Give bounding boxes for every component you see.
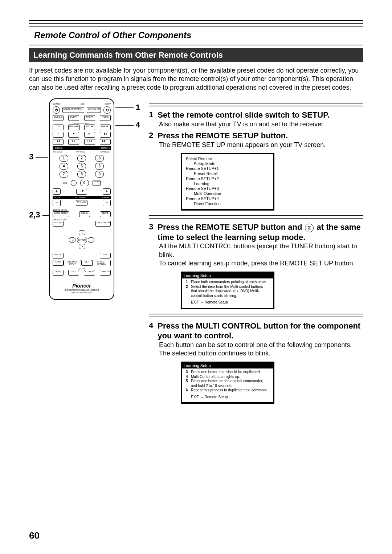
osd-item: Remote SETUP+1 bbox=[186, 166, 269, 171]
remote-button: THX bbox=[100, 253, 111, 258]
step-3: 3 Press the REMOTE SETUP button and 2 at… bbox=[149, 222, 363, 309]
remote-button: VCR 2 bbox=[100, 115, 111, 121]
steps-column: 1 Set the remote control slide switch to… bbox=[149, 98, 363, 406]
step-body-text: Each button can be set to control one of… bbox=[159, 341, 363, 349]
separator bbox=[149, 215, 363, 219]
top-rule bbox=[29, 20, 363, 24]
callout-1: 1 bbox=[115, 103, 140, 112]
intro-paragraph: If preset codes are not available for yo… bbox=[29, 66, 363, 92]
remote-label: SETUP bbox=[105, 103, 111, 105]
enter-button: ENTER bbox=[93, 180, 101, 186]
tv-func: TV FUNC bbox=[76, 200, 87, 206]
dpad-enter: ENTER bbox=[77, 237, 87, 243]
record-icon: ● bbox=[53, 132, 64, 138]
brand-sub: AV PRE-PROGRAMMED AND LEARNING bbox=[53, 289, 111, 292]
remote-button: MENU bbox=[79, 211, 90, 217]
osd-text: Select the item from the Multi-control b… bbox=[191, 285, 269, 298]
step-title: Press the REMOTE SETUP button. bbox=[158, 131, 288, 141]
content-columns: 1 4 3 2,3 SOURCE USE SETUP bbox=[29, 98, 363, 406]
arrow-up-icon: ▴ bbox=[79, 230, 85, 235]
step-title: Press the MULTI CONTROL button for the c… bbox=[158, 321, 363, 341]
num-3: 3 bbox=[95, 155, 104, 162]
osd-item-sub: Preset Recall bbox=[194, 171, 269, 176]
remote-label: – CHANNEL + bbox=[99, 151, 111, 153]
next-icon: ▶▶❘ bbox=[100, 139, 111, 145]
remote-button: MULTI OPERATION bbox=[62, 107, 84, 113]
remote-button: SET UP bbox=[53, 221, 64, 227]
osd-num: 5 bbox=[186, 379, 189, 388]
remote-button: STEREO bbox=[84, 270, 95, 276]
separator bbox=[149, 314, 363, 317]
remote-button: TUNER bbox=[84, 125, 95, 130]
step-body-bold: To cancel learning setup mode, press the… bbox=[159, 259, 363, 268]
remote-button: DIGITAL bbox=[53, 253, 64, 258]
prev-icon: ❘◀◀ bbox=[84, 139, 95, 145]
osd-item-sub: Learning bbox=[194, 182, 269, 187]
step-2: 2 Press the REMOTE SETUP button. The REM… bbox=[149, 131, 363, 211]
remote-button: INPUT bbox=[53, 260, 64, 266]
header-title: Remote Control of Other Components bbox=[34, 30, 358, 40]
vol-up: + bbox=[53, 188, 61, 195]
remote-wrap: 1 4 3 2,3 SOURCE USE SETUP bbox=[29, 98, 138, 300]
remote-label: SOURCE bbox=[53, 103, 60, 105]
remote-button: TV/SAT bbox=[84, 115, 95, 121]
power-left-icon: ⏻ bbox=[53, 106, 60, 114]
remote-label: ATV MENU bbox=[76, 151, 85, 153]
osd-menu-2: Learning Setup 1Place both commanders po… bbox=[181, 272, 274, 309]
header-box: Remote Control of Other Components bbox=[29, 26, 363, 45]
remote-label: DISC bbox=[63, 182, 67, 184]
osd-text: Multi-Contorol button lights up. bbox=[191, 375, 269, 379]
osd-item: Remote SETUP+2 bbox=[186, 176, 269, 182]
osd-num: 4 bbox=[186, 375, 189, 379]
remote-label: ATV GUIDE bbox=[53, 151, 62, 153]
vol-down: – bbox=[53, 200, 61, 206]
num-1: 1 bbox=[60, 155, 68, 162]
osd-item: Remote SETUP+3 bbox=[186, 186, 269, 191]
step-title: Press the REMOTE SETUP button and 2 at t… bbox=[158, 222, 363, 242]
osd-num: 1 bbox=[186, 280, 189, 285]
remote-button: CD bbox=[53, 125, 64, 130]
remote-diagram: SOURCE USE SETUP ⏻ MULTI OPERATION DIGIT… bbox=[49, 98, 114, 300]
remote-button: MUTE bbox=[100, 211, 111, 217]
remote-button: DVD/LD bbox=[53, 115, 64, 121]
step-number: 2 bbox=[149, 131, 153, 141]
power-right-icon: ⏻ bbox=[103, 106, 111, 114]
remote-button: DIMMER bbox=[100, 270, 111, 276]
osd-num: 3 bbox=[186, 370, 189, 375]
step-1: 1 Set the remote control slide switch to… bbox=[149, 110, 363, 129]
step-body-text: Also make sure that your TV is on and se… bbox=[159, 120, 363, 129]
osd-text: Press one button that should be duplicat… bbox=[191, 370, 269, 375]
play-icon: ▶ bbox=[84, 132, 95, 138]
step-4: 4 Press the MULTI CONTROL button for the… bbox=[149, 321, 363, 404]
osd-text: Press one button on the original command… bbox=[191, 379, 269, 388]
page-number: 60 bbox=[29, 530, 40, 541]
remote-button: PRESET bbox=[100, 125, 111, 130]
remote-button: DVD/VI bbox=[68, 115, 79, 121]
separator bbox=[149, 103, 363, 106]
num-8: 8 bbox=[77, 171, 86, 178]
remote-button: FAX bbox=[68, 270, 79, 276]
brand-label: Pioneer AV PRE-PROGRAMMED AND LEARNING R… bbox=[53, 283, 111, 294]
disc-icon bbox=[71, 180, 77, 186]
remote-column: 1 4 3 2,3 SOURCE USE SETUP bbox=[29, 98, 138, 406]
pause-icon: ❚❚ bbox=[100, 132, 111, 138]
ffwd-icon: ▶▶ bbox=[68, 139, 79, 145]
remote-button: MULTI CH INPUT bbox=[64, 260, 81, 266]
num-0: 0 bbox=[80, 180, 89, 186]
step-body-text: The selected button continues to blink. bbox=[159, 349, 363, 358]
step-title: Set the remote control slide switch to S… bbox=[158, 110, 330, 120]
num-7: 7 bbox=[60, 171, 68, 178]
remote-button: DIGITAL NR bbox=[87, 107, 101, 113]
remote-label: USE bbox=[81, 103, 84, 105]
numpad: 1 2 3 4 5 6 7 8 9 bbox=[56, 155, 108, 178]
tv-power: ⏚ ⏻ bbox=[76, 189, 87, 195]
vol-up: + bbox=[103, 188, 111, 195]
osd-text: Place both commanders pointing at each o… bbox=[191, 280, 269, 285]
osd-subtitle: Setup Mode bbox=[194, 162, 269, 167]
osd-black-title: Learning Setup bbox=[182, 363, 273, 369]
osd-num: 6 bbox=[186, 388, 189, 393]
osd-menu-3: Learning Setup 3Press one button that sh… bbox=[181, 362, 274, 404]
manual-page: Remote Control of Other Components Learn… bbox=[0, 0, 392, 554]
step-number: 4 bbox=[149, 321, 153, 341]
num-6: 6 bbox=[95, 163, 104, 170]
